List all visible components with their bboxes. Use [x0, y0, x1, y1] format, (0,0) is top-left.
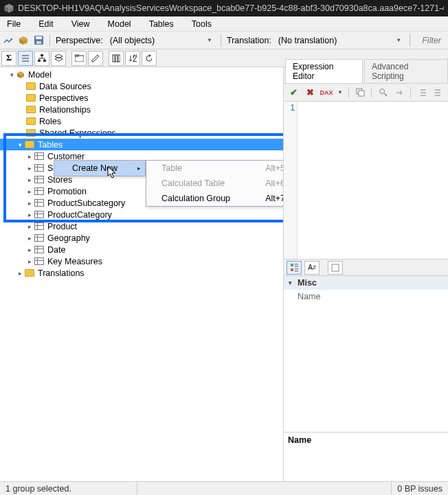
folder-icon — [26, 129, 36, 137]
columns-button[interactable] — [109, 51, 124, 66]
expression-editor[interactable]: 1 — [284, 102, 448, 260]
cancel-icon[interactable]: ✖ — [304, 87, 315, 98]
folder-button[interactable] — [71, 51, 87, 66]
property-category-row[interactable]: ▾ Misc — [284, 276, 448, 290]
tree-node-relationships[interactable]: Relationships — [0, 104, 283, 115]
sigma-button[interactable]: Σ — [1, 51, 16, 66]
submenu-item-calculation-group[interactable]: Calculation Group Alt+7 — [146, 191, 284, 206]
expander-icon[interactable]: ▸ — [26, 211, 33, 218]
tree-node-table[interactable]: ▸ ProductCategory — [0, 209, 283, 220]
tree-label: Relationships — [39, 105, 91, 115]
edit-button[interactable] — [88, 51, 103, 66]
connect-icon[interactable] — [3, 35, 14, 46]
expander-icon[interactable]: ▸ — [26, 235, 33, 242]
property-pages-button[interactable] — [328, 261, 343, 275]
right-panel: Expression Editor Advanced Scripting ✔ ✖… — [284, 67, 448, 481]
window-titlebar: DESKTOP-HH1V9AQ\AnalysisServicesWorkspac… — [0, 0, 448, 16]
menu-tables[interactable]: Tables — [145, 18, 178, 30]
svg-rect-14 — [38, 60, 41, 62]
editor-code-area[interactable] — [298, 102, 448, 259]
tree-node-model[interactable]: ▾ Model — [0, 69, 283, 80]
list-view-button[interactable] — [18, 51, 33, 66]
submenu-shortcut: Alt+7 — [265, 194, 284, 203]
refresh-button[interactable] — [142, 51, 157, 66]
expander-icon[interactable]: ▸ — [26, 176, 33, 183]
svg-rect-15 — [43, 60, 46, 62]
goto-icon[interactable] — [394, 87, 405, 98]
property-grid[interactable]: ▾ Misc Name — [284, 276, 448, 432]
expander-icon[interactable]: ▸ — [26, 165, 33, 172]
expander-icon[interactable]: ▾ — [287, 279, 293, 286]
tree-node-table[interactable]: ▸ Product — [0, 220, 283, 232]
menu-model[interactable]: Model — [104, 18, 135, 30]
accept-icon[interactable]: ✔ — [288, 87, 299, 98]
svg-rect-43 — [295, 270, 298, 272]
deploy-cube-icon[interactable] — [18, 35, 29, 46]
outdent-icon[interactable] — [433, 87, 444, 98]
expander-icon[interactable]: ▾ — [8, 71, 15, 78]
context-menu-label: Create New — [72, 163, 117, 173]
property-row-name[interactable]: Name — [284, 290, 448, 303]
property-toolbar: AZ — [284, 260, 448, 276]
expander-icon[interactable]: ▸ — [26, 188, 33, 195]
translation-label: Translation: — [227, 36, 271, 45]
toolbar-separator — [371, 87, 372, 98]
layers-button[interactable] — [51, 51, 66, 66]
tree-node-roles[interactable]: Roles — [0, 115, 283, 127]
tree-node-data-sources[interactable]: Data Sources — [0, 80, 283, 92]
submenu-item-calculated-table[interactable]: Calculated Table Alt+6 — [146, 176, 284, 191]
submenu-label: Calculated Table — [161, 179, 225, 188]
submenu-item-table[interactable]: Table Alt+5 — [146, 161, 284, 176]
svg-rect-38 — [291, 264, 293, 266]
tree-label: Date — [47, 245, 65, 255]
svg-rect-8 — [36, 36, 42, 39]
tab-advanced-scripting[interactable]: Advanced Scripting — [364, 59, 448, 83]
perspective-combo[interactable]: (All objects) ▼ — [107, 36, 215, 45]
tree-node-table[interactable]: ▸ Key Measures — [0, 255, 283, 267]
tree-node-translations[interactable]: ▸ Translations — [0, 267, 283, 279]
tree-label: Tables — [38, 140, 63, 150]
menu-view[interactable]: View — [67, 18, 94, 30]
context-submenu[interactable]: Table Alt+5 Calculated Table Alt+6 Calcu… — [146, 160, 284, 207]
model-tree-panel: ▾ Model Data Sources Perspectives Relati… — [0, 67, 284, 481]
tree-label: Shared Expressions — [39, 128, 116, 138]
tree-node-table[interactable]: ▸ Date — [0, 244, 283, 255]
copy-icon[interactable] — [355, 87, 366, 98]
expander-icon[interactable]: ▾ — [16, 141, 23, 148]
submenu-shortcut: Alt+6 — [265, 179, 284, 188]
menu-tools[interactable]: Tools — [188, 18, 216, 30]
save-icon[interactable] — [33, 35, 44, 46]
svg-rect-21 — [115, 55, 117, 62]
filter-input[interactable]: Filter — [422, 36, 445, 45]
svg-rect-39 — [295, 264, 298, 265]
tree-label: Roles — [39, 117, 61, 126]
table-icon — [34, 222, 44, 230]
translation-combo[interactable]: (No translation) ▼ — [276, 36, 404, 45]
window-title: DESKTOP-HH1V9AQ\AnalysisServicesWorkspac… — [18, 3, 444, 13]
menu-file[interactable]: File — [3, 18, 25, 30]
tree-node-tables[interactable]: ▾ Tables — [0, 139, 283, 150]
sort-button[interactable]: AZ — [125, 51, 140, 66]
dropdown-arrow-icon[interactable]: ▼ — [337, 89, 343, 95]
find-icon[interactable] — [377, 87, 388, 98]
tree-node-table[interactable]: ▸ Geography — [0, 232, 283, 244]
alphabetical-view-button[interactable]: AZ — [304, 261, 320, 275]
tab-expression-editor[interactable]: Expression Editor — [285, 59, 363, 83]
expander-icon[interactable]: ▸ — [16, 270, 23, 277]
categorized-view-button[interactable] — [287, 261, 302, 275]
dropdown-arrow-icon: ▼ — [396, 37, 401, 43]
hierarchy-button[interactable] — [34, 51, 49, 66]
expander-icon[interactable]: ▸ — [26, 200, 33, 207]
expander-icon[interactable]: ▸ — [26, 223, 33, 230]
property-name-label: Name — [298, 292, 320, 301]
context-menu[interactable]: Create New ▸ — [54, 160, 146, 176]
expander-icon[interactable]: ▸ — [26, 153, 33, 160]
tree-node-shared-expressions[interactable]: Shared Expressions — [0, 127, 283, 139]
expander-icon[interactable]: ▸ — [26, 258, 33, 265]
tree-node-perspectives[interactable]: Perspectives — [0, 92, 283, 104]
dax-formatter-icon[interactable]: DAX — [321, 87, 332, 98]
expander-icon[interactable]: ▸ — [26, 246, 33, 253]
context-menu-create-new[interactable]: Create New ▸ — [54, 161, 145, 176]
indent-icon[interactable] — [416, 87, 427, 98]
menu-edit[interactable]: Edit — [34, 18, 58, 30]
